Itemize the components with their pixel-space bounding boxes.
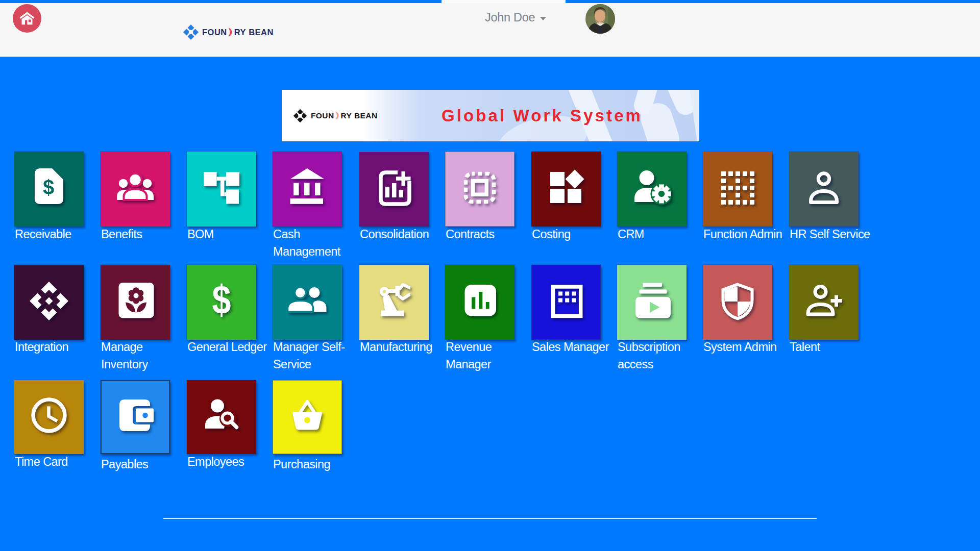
svg-text:$: $ xyxy=(43,176,54,198)
svg-text:$: $ xyxy=(212,281,231,320)
